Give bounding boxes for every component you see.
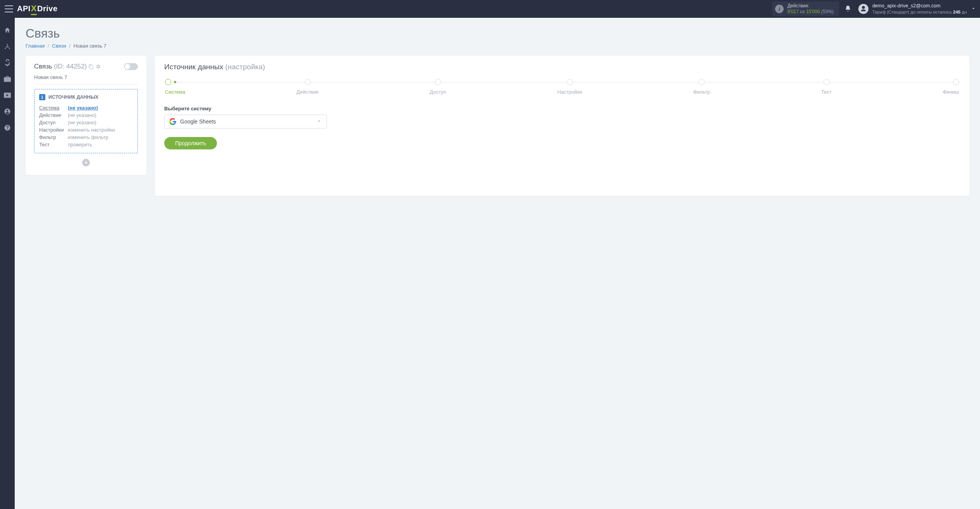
row-settings-label: Настройки [39, 126, 68, 134]
breadcrumb-links[interactable]: Связи [52, 43, 66, 49]
row-filter-label: Фильтр [39, 134, 68, 141]
system-select[interactable]: Google Sheets [164, 115, 327, 129]
row-access-label: Доступ [39, 119, 68, 126]
step-system[interactable]: Система [165, 79, 185, 95]
user-email: demo_apix-drive_s2@com.com [872, 3, 967, 9]
setup-panel: Источник данных (настройка) Система Дейс… [155, 56, 969, 196]
sidebar-user-icon[interactable] [2, 107, 13, 116]
row-access-value: (не указано) [68, 119, 133, 126]
connection-summary-panel: Связь (ID: 44252) Новая связь 7 1 ИСТОЧН… [26, 56, 146, 175]
row-settings-value[interactable]: изменить настройки [68, 126, 133, 134]
setup-title: Источник данных [164, 63, 223, 71]
system-select-value: Google Sheets [180, 118, 216, 125]
breadcrumb-current: Новая связь 7 [74, 43, 107, 49]
setup-subtitle: (настройка) [225, 63, 265, 71]
step-finish[interactable]: Финиш [943, 79, 959, 95]
connection-toggle[interactable] [124, 63, 138, 70]
select-label: Выберите систему [164, 106, 960, 111]
notifications-button[interactable] [844, 5, 851, 13]
row-system-label[interactable]: Система [39, 104, 68, 111]
row-filter-value[interactable]: изменить фильтр [68, 134, 133, 141]
user-plan: Тариф |Стандарт| до оплаты осталось 245 … [872, 9, 967, 15]
google-icon [169, 118, 176, 125]
page-title: Связь [26, 26, 969, 41]
breadcrumb-home[interactable]: Главная [26, 43, 45, 49]
sidebar-connections-icon[interactable] [2, 42, 13, 51]
row-action-label: Действие [39, 111, 68, 119]
sidebar [0, 18, 15, 509]
sidebar-briefcase-icon[interactable] [2, 74, 13, 84]
summary-title: Связь [34, 63, 52, 70]
main-content: Связь Главная / Связи / Новая связь 7 Св… [15, 18, 980, 509]
chevron-down-icon [971, 6, 976, 12]
row-action-value: (не указано) [68, 111, 133, 119]
box-title-text: ИСТОЧНИК ДАННЫХ [48, 94, 98, 100]
step-number-badge: 1 [39, 94, 45, 100]
sidebar-billing-icon[interactable] [2, 58, 13, 67]
avatar-icon [858, 4, 868, 14]
summary-id: (ID: 44252) [54, 63, 87, 70]
menu-toggle-button[interactable] [3, 3, 15, 15]
chevron-down-icon [316, 118, 322, 125]
actions-counter[interactable]: i Действия: 8'017 из 15'000 (53%) [772, 2, 839, 16]
row-test-value[interactable]: проверить [68, 141, 133, 148]
step-filter[interactable]: Фильтр [693, 79, 710, 95]
info-icon: i [775, 5, 784, 13]
gear-icon[interactable] [95, 64, 101, 69]
step-test[interactable]: Тест [821, 79, 832, 95]
data-source-box: 1 ИСТОЧНИК ДАННЫХ Система (не указано) Д… [34, 89, 138, 153]
sidebar-home-icon[interactable] [2, 26, 13, 35]
stepper: Система Действие Доступ Настройки Фильтр… [165, 79, 959, 95]
user-menu[interactable]: demo_apix-drive_s2@com.com Тариф |Станда… [858, 3, 976, 15]
logo[interactable]: APIXDrive [17, 3, 58, 14]
continue-button[interactable]: Продолжить [164, 137, 217, 149]
step-settings[interactable]: Настройки [557, 79, 582, 95]
breadcrumb: Главная / Связи / Новая связь 7 [26, 43, 969, 49]
connection-name: Новая связь 7 [34, 74, 138, 84]
add-step-button[interactable]: + [82, 159, 90, 166]
row-system-value[interactable]: (не указано) [68, 105, 98, 111]
step-access[interactable]: Доступ [430, 79, 446, 95]
copy-icon[interactable] [88, 64, 94, 69]
row-test-label: Тест [39, 141, 68, 148]
actions-label: Действия: [787, 3, 834, 9]
sidebar-video-icon[interactable] [2, 91, 13, 100]
sidebar-help-icon[interactable] [2, 123, 13, 132]
step-action[interactable]: Действие [296, 79, 318, 95]
topbar: APIXDrive i Действия: 8'017 из 15'000 (5… [0, 0, 980, 18]
